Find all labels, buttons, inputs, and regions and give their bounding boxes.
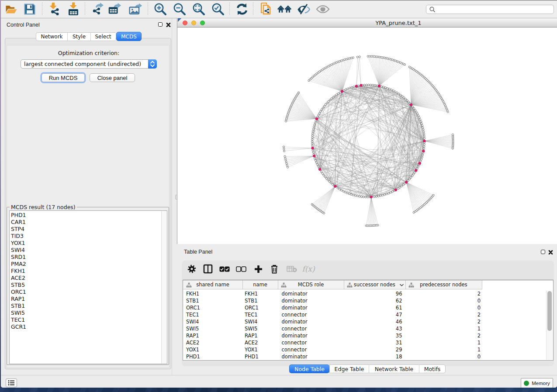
tab-edge-table[interactable]: Edge Table xyxy=(329,364,369,373)
column-header-shared-name[interactable]: shared name xyxy=(183,280,242,289)
table-row[interactable]: SWI4SWI4dominator462 xyxy=(183,318,553,325)
import-table-icon[interactable] xyxy=(66,2,81,17)
shared-column-icon xyxy=(186,282,192,288)
column-header-name[interactable]: name xyxy=(242,280,278,289)
table-row[interactable]: RAP1RAP1dominator352 xyxy=(183,332,553,339)
add-column-icon[interactable] xyxy=(252,262,265,275)
run-mcds-button[interactable]: Run MCDS xyxy=(42,73,85,82)
float-panel-icon[interactable] xyxy=(541,250,545,254)
table-settings-icon[interactable] xyxy=(185,262,198,275)
close-panel-button[interactable]: Close panel xyxy=(90,73,135,82)
result-list-scrollbar[interactable] xyxy=(161,211,167,364)
status-bar: Memory xyxy=(1,375,557,388)
cell-shared-name: ORC1 xyxy=(186,304,200,311)
network-window-titlebar[interactable]: YPA_prune.txt_1 xyxy=(177,18,557,28)
memory-button[interactable]: Memory xyxy=(521,378,553,388)
network-view-frame: YPA_prune.txt_1 xyxy=(177,18,557,244)
save-session-icon[interactable] xyxy=(22,2,37,17)
column-header-predecessor-nodes[interactable]: predecessor nodes xyxy=(405,280,482,289)
tab-network[interactable]: Network xyxy=(36,32,67,41)
select-all-icon[interactable] xyxy=(218,262,231,275)
table-row[interactable]: SWI5SWI5connector431 xyxy=(183,325,553,332)
result-item[interactable]: FKH1 xyxy=(10,268,160,275)
export-image-icon[interactable] xyxy=(128,2,143,17)
cell-successor-nodes: 43 xyxy=(396,325,402,332)
import-network-icon[interactable] xyxy=(48,2,62,17)
result-item[interactable]: TEC1 xyxy=(10,316,160,323)
main-toolbar xyxy=(1,0,557,18)
result-item[interactable]: TID3 xyxy=(10,233,160,240)
cell-name: YOX1 xyxy=(245,346,258,353)
search-input[interactable] xyxy=(426,5,554,14)
float-panel-icon[interactable] xyxy=(158,22,163,27)
deselect-all-icon[interactable] xyxy=(235,262,248,275)
table-row[interactable]: FKH1FKH1dominator962 xyxy=(183,290,553,297)
zoom-selected-icon[interactable] xyxy=(210,2,225,17)
control-panel-tabs: NetworkStyleSelectMCDS xyxy=(36,32,142,41)
window-close-icon[interactable] xyxy=(183,21,187,25)
result-item[interactable]: SWI5 xyxy=(10,309,160,316)
delete-column-icon[interactable] xyxy=(268,262,281,275)
network-canvas[interactable] xyxy=(177,28,557,244)
result-item[interactable]: ACE2 xyxy=(10,275,160,282)
column-header-label: predecessor nodes xyxy=(420,282,467,288)
show-columns-icon[interactable] xyxy=(201,262,214,275)
close-panel-icon[interactable] xyxy=(166,23,171,28)
result-item[interactable]: CAR1 xyxy=(10,219,160,226)
zoom-fit-icon[interactable] xyxy=(191,2,206,17)
table-scrollbar-thumb[interactable] xyxy=(547,291,552,331)
column-header-successor-nodes[interactable]: successor nodes xyxy=(344,280,405,289)
column-separator xyxy=(278,280,278,289)
table-row[interactable]: STB1STB1dominator620 xyxy=(183,297,553,304)
table-row[interactable]: YOX1YOX1connector291 xyxy=(183,346,553,353)
tab-mcds[interactable]: MCDS xyxy=(116,32,142,41)
result-item[interactable]: STP4 xyxy=(10,226,160,233)
result-item[interactable]: STB1 xyxy=(10,303,160,309)
result-item[interactable]: STB5 xyxy=(10,282,160,289)
result-item[interactable]: YOX1 xyxy=(10,240,160,247)
task-history-button[interactable] xyxy=(6,378,17,387)
mcds-result-list[interactable]: PHD1CAR1STP4TID3YOX1SWI4SRD1PMA2FKH1ACE2… xyxy=(9,210,167,364)
frame-corner-icon xyxy=(178,18,181,22)
open-file-icon[interactable] xyxy=(4,2,19,17)
column-header-MCDS-role[interactable]: MCDS role xyxy=(278,280,344,289)
table-row[interactable]: ACE2ACE2connector311 xyxy=(183,339,553,346)
node-table[interactable]: shared namenameMCDS rolesuccessor nodesp… xyxy=(183,280,554,361)
tab-select[interactable]: Select xyxy=(90,32,115,41)
cell-name: STB1 xyxy=(245,297,258,304)
optimization-criterion-select[interactable]: largest connected component (undirected) xyxy=(21,59,157,69)
hide-selected-icon[interactable] xyxy=(296,2,311,17)
apply-layout-icon[interactable] xyxy=(235,2,249,17)
result-item[interactable]: PHD1 xyxy=(10,212,160,219)
cell-predecessor-nodes: 1 xyxy=(477,339,481,346)
close-panel-icon[interactable] xyxy=(548,250,553,255)
cell-successor-nodes: 46 xyxy=(396,318,402,325)
result-item[interactable]: PMA2 xyxy=(10,261,160,268)
result-item[interactable]: RAP1 xyxy=(10,296,160,303)
cell-shared-name: YOX1 xyxy=(186,346,199,353)
cell-name: PHD1 xyxy=(245,353,259,360)
tab-node-table[interactable]: Node Table xyxy=(289,364,329,373)
result-item[interactable]: GCR1 xyxy=(10,323,160,330)
toolbar-separator xyxy=(85,3,85,16)
window-minimize-icon[interactable] xyxy=(191,21,196,25)
result-item[interactable]: ORC1 xyxy=(10,289,160,296)
table-row[interactable]: PHD1PHD1dominator180 xyxy=(183,353,553,360)
zoom-in-icon[interactable] xyxy=(152,2,167,17)
tab-network-table[interactable]: Network Table xyxy=(369,364,419,373)
first-neighbors-icon[interactable] xyxy=(277,2,292,17)
window-zoom-icon[interactable] xyxy=(200,21,205,25)
show-all-icon[interactable] xyxy=(315,2,330,17)
table-row[interactable]: TEC1TEC1connector472 xyxy=(183,311,553,318)
tab-motifs[interactable]: Motifs xyxy=(419,364,446,373)
export-table-icon[interactable] xyxy=(107,2,122,17)
tab-style[interactable]: Style xyxy=(67,32,90,41)
cell-predecessor-nodes: 0 xyxy=(477,353,481,360)
column-separator xyxy=(242,280,243,289)
export-network-icon[interactable] xyxy=(90,2,105,17)
result-item[interactable]: SRD1 xyxy=(10,254,160,261)
table-row[interactable]: ORC1ORC1dominator610 xyxy=(183,304,553,311)
result-item[interactable]: SWI4 xyxy=(10,247,160,254)
clone-network-icon[interactable] xyxy=(258,2,273,17)
zoom-out-icon[interactable] xyxy=(172,2,187,17)
